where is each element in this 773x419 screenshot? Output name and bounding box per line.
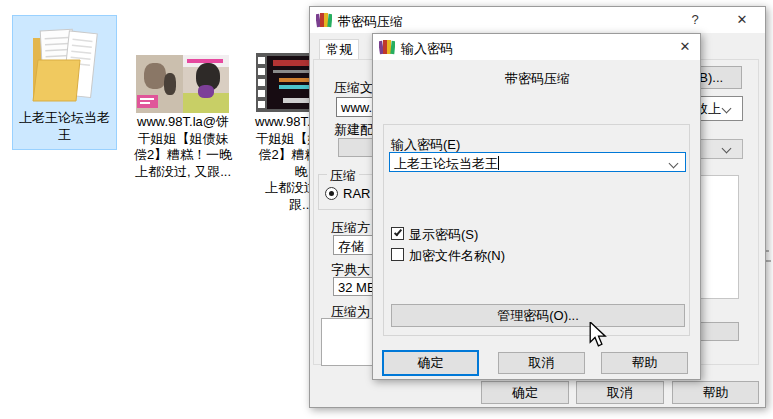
manage-passwords-button[interactable]: 管理密码(O)... <box>391 304 685 327</box>
ok-button[interactable]: 确定 <box>481 381 569 404</box>
text-caret <box>498 156 499 170</box>
password-value: 上老王论坛当老王 <box>394 156 498 171</box>
cancel-button[interactable]: 取消 <box>576 381 664 404</box>
profile-label: 新建配 <box>334 121 373 139</box>
desktop: { "desktop": { "folder_icon": { "label_l… <box>0 0 773 419</box>
winrar-icon <box>379 39 395 58</box>
folder-label[interactable]: 上老王论坛当老 王 <box>14 110 115 143</box>
show-password-label: 显示密码(S) <box>409 226 478 244</box>
archive-dialog-titlebar[interactable]: 带密码压缩 ? ✕ <box>310 7 765 33</box>
password-dialog-titlebar[interactable]: 输入密码 ✕ <box>373 34 700 60</box>
check-icon <box>394 228 402 237</box>
folder-glyph <box>30 24 100 106</box>
ok-button[interactable]: 确定 <box>382 350 479 376</box>
close-icon[interactable]: ✕ <box>727 7 757 33</box>
password-combo-input[interactable]: 上老王论坛当老王 <box>389 152 686 172</box>
show-password-checkbox[interactable] <box>391 227 404 240</box>
format-rar-label: RAR <box>343 186 370 201</box>
help-button[interactable]: 帮助 <box>672 381 759 404</box>
chevron-down-icon[interactable] <box>669 159 679 169</box>
thumbnail-badge <box>137 95 158 108</box>
password-dialog-header: 带密码压缩 <box>373 70 702 88</box>
password-dialog: 输入密码 ✕ 带密码压缩 输入密码(E) 上老王论坛当老王 显示密码(S) 加密… <box>372 33 701 380</box>
archive-format-group-label: 压缩 <box>327 167 359 185</box>
thumbnail-figure <box>164 73 176 95</box>
image-file-label[interactable]: www.98T.la@饼 干姐姐【姐债妹 偿2】糟糕！一晚 上都没过, 又跟..… <box>128 114 238 180</box>
help-titlebar-button[interactable]: ? <box>680 7 710 33</box>
film-text-white <box>283 98 311 103</box>
film-text-orange <box>279 78 311 82</box>
thumbnail-accent <box>198 85 214 98</box>
folder-icon[interactable] <box>30 24 100 106</box>
encrypt-filenames-checkbox[interactable] <box>391 248 404 261</box>
thumbnail-figure <box>144 63 166 89</box>
image-file-thumbnail[interactable] <box>136 55 229 113</box>
help-button[interactable]: 帮助 <box>601 352 688 374</box>
film-text-cyan <box>279 85 309 89</box>
format-rar-radio[interactable] <box>325 187 338 200</box>
close-icon[interactable]: ✕ <box>670 34 700 60</box>
archive-name-label: 压缩文 <box>334 79 373 97</box>
winrar-icon <box>316 12 332 31</box>
encrypt-filenames-label: 加密文件名称(N) <box>409 247 505 265</box>
password-dialog-title: 输入密码 <box>401 40 453 58</box>
mouse-cursor <box>588 322 608 351</box>
archive-dialog-title: 带密码压缩 <box>338 13 403 31</box>
cancel-button[interactable]: 取消 <box>498 352 585 374</box>
tab-general[interactable]: 常规 <box>319 39 359 60</box>
thumbnail-right-panel <box>183 55 229 113</box>
